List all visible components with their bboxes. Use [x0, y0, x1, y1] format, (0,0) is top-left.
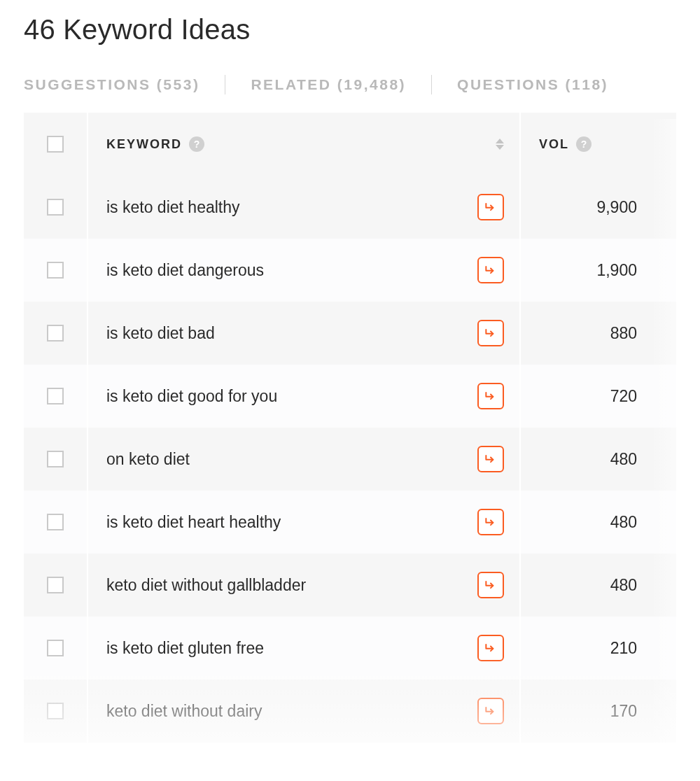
keyword-text: keto diet without gallbladder: [106, 576, 477, 595]
row-checkbox[interactable]: [47, 640, 64, 656]
row-vol-cell: 9,900: [521, 176, 676, 239]
help-icon[interactable]: ?: [189, 136, 204, 152]
keyword-text: on keto diet: [106, 450, 477, 469]
header-vol-cell[interactable]: VOL ?: [521, 113, 676, 176]
keyword-text: is keto diet dangerous: [106, 261, 477, 280]
tabs-bar: SUGGESTIONS (553) RELATED (19,488) QUEST…: [24, 75, 676, 94]
row-checkbox[interactable]: [47, 514, 64, 530]
row-vol-cell: 480: [521, 491, 676, 554]
go-to-keyword-button[interactable]: [477, 257, 504, 283]
row-checkbox[interactable]: [47, 451, 64, 467]
table-row: is keto diet gluten free210: [24, 617, 676, 680]
enter-arrow-icon: [484, 263, 498, 277]
row-checkbox-cell: [24, 176, 88, 239]
enter-arrow-icon: [484, 704, 498, 718]
row-checkbox[interactable]: [47, 388, 64, 404]
keyword-text: is keto diet gluten free: [106, 639, 477, 658]
row-checkbox-cell: [24, 428, 88, 491]
go-to-keyword-button[interactable]: [477, 635, 504, 661]
row-keyword-cell: is keto diet heart healthy: [88, 491, 521, 554]
tab-divider: [431, 75, 432, 94]
go-to-keyword-button[interactable]: [477, 446, 504, 472]
go-to-keyword-button[interactable]: [477, 698, 504, 724]
go-to-keyword-button[interactable]: [477, 383, 504, 409]
row-keyword-cell: is keto diet good for you: [88, 365, 521, 428]
row-checkbox[interactable]: [47, 703, 64, 719]
row-keyword-cell: is keto diet healthy: [88, 176, 521, 239]
row-checkbox-cell: [24, 239, 88, 302]
table-row: is keto diet good for you720: [24, 365, 676, 428]
go-to-keyword-button[interactable]: [477, 572, 504, 598]
tab-divider: [225, 75, 225, 94]
table-row: is keto diet heart healthy480: [24, 491, 676, 554]
row-vol-cell: 480: [521, 554, 676, 617]
row-keyword-cell: keto diet without dairy: [88, 680, 521, 743]
table-row: on keto diet480: [24, 428, 676, 491]
help-icon[interactable]: ?: [576, 136, 592, 152]
table-row: is keto diet bad880: [24, 302, 676, 365]
header-checkbox-cell: [24, 113, 88, 176]
enter-arrow-icon: [484, 515, 498, 529]
header-keyword-label: KEYWORD: [106, 137, 182, 152]
row-checkbox-cell: [24, 302, 88, 365]
row-checkbox-cell: [24, 491, 88, 554]
keyword-text: keto diet without dairy: [106, 702, 477, 721]
row-vol-cell: 210: [521, 617, 676, 680]
row-vol-cell: 1,900: [521, 239, 676, 302]
keyword-text: is keto diet bad: [106, 324, 477, 343]
sort-icon[interactable]: [496, 139, 504, 150]
chevron-up-icon: [496, 139, 504, 143]
table-header: KEYWORD ? VOL ?: [24, 113, 676, 176]
row-checkbox-cell: [24, 554, 88, 617]
enter-arrow-icon: [484, 578, 498, 592]
tab-questions[interactable]: QUESTIONS (118): [457, 76, 608, 93]
table-body: is keto diet healthy9,900is keto diet da…: [24, 176, 676, 743]
keyword-text: is keto diet heart healthy: [106, 513, 477, 532]
go-to-keyword-button[interactable]: [477, 509, 504, 535]
row-checkbox[interactable]: [47, 262, 64, 279]
header-vol-label: VOL: [539, 137, 569, 152]
row-checkbox-cell: [24, 365, 88, 428]
table-row: keto diet without gallbladder480: [24, 554, 676, 617]
row-vol-cell: 880: [521, 302, 676, 365]
enter-arrow-icon: [484, 452, 498, 466]
row-keyword-cell: is keto diet dangerous: [88, 239, 521, 302]
go-to-keyword-button[interactable]: [477, 194, 504, 220]
row-checkbox-cell: [24, 617, 88, 680]
row-checkbox[interactable]: [47, 325, 64, 342]
table-row: is keto diet dangerous1,900: [24, 239, 676, 302]
page-title: 46 Keyword Ideas: [24, 14, 676, 45]
row-keyword-cell: on keto diet: [88, 428, 521, 491]
table-row: keto diet without dairy170: [24, 680, 676, 743]
chevron-down-icon: [496, 145, 504, 150]
row-vol-cell: 720: [521, 365, 676, 428]
row-checkbox[interactable]: [47, 199, 64, 216]
row-keyword-cell: is keto diet bad: [88, 302, 521, 365]
row-keyword-cell: keto diet without gallbladder: [88, 554, 521, 617]
table-row: is keto diet healthy9,900: [24, 176, 676, 239]
keyword-table: KEYWORD ? VOL ? is keto diet healthy9,90…: [24, 113, 676, 743]
tab-related[interactable]: RELATED (19,488): [251, 76, 406, 93]
select-all-checkbox[interactable]: [47, 136, 64, 153]
enter-arrow-icon: [484, 326, 498, 340]
enter-arrow-icon: [484, 200, 498, 214]
enter-arrow-icon: [484, 389, 498, 403]
go-to-keyword-button[interactable]: [477, 320, 504, 346]
row-vol-cell: 170: [521, 680, 676, 743]
row-keyword-cell: is keto diet gluten free: [88, 617, 521, 680]
keyword-text: is keto diet good for you: [106, 387, 477, 406]
keyword-text: is keto diet healthy: [106, 198, 477, 217]
row-checkbox[interactable]: [47, 577, 64, 593]
tab-suggestions[interactable]: SUGGESTIONS (553): [24, 76, 200, 93]
enter-arrow-icon: [484, 641, 498, 655]
row-checkbox-cell: [24, 680, 88, 743]
row-vol-cell: 480: [521, 428, 676, 491]
header-keyword-cell[interactable]: KEYWORD ?: [88, 113, 521, 176]
